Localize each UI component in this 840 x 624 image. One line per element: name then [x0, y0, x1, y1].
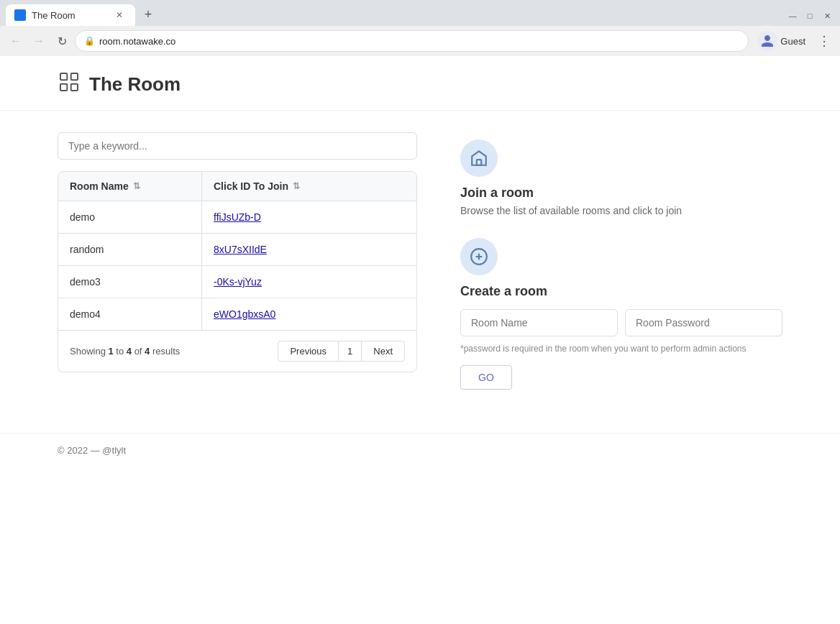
- svg-rect-4: [477, 160, 482, 165]
- back-button[interactable]: ←: [6, 31, 26, 51]
- next-button[interactable]: Next: [361, 341, 405, 362]
- svg-rect-2: [60, 84, 67, 91]
- showing-to: 4: [127, 346, 132, 357]
- pagination: Previous 1 Next: [278, 341, 405, 362]
- site-icon: [58, 70, 81, 98]
- previous-button[interactable]: Previous: [278, 341, 339, 362]
- showing-text: Showing 1 to 4 of 4 results: [70, 346, 180, 357]
- main-area: Room Name ⇅ Click ID To Join ⇅ demo ffiJ…: [0, 111, 840, 433]
- room-name-cell: random: [58, 234, 202, 265]
- browser-menu-button[interactable]: ⋮: [814, 31, 834, 51]
- user-label: Guest: [780, 36, 805, 47]
- room-link[interactable]: eWO1gbxsA0: [214, 308, 275, 320]
- table-row: random 8xU7sXIIdE: [58, 234, 416, 266]
- restore-button[interactable]: □: [803, 9, 817, 23]
- room-id-cell[interactable]: ffiJsUZb-D: [202, 201, 416, 233]
- room-link[interactable]: 8xU7sXIIdE: [214, 244, 267, 255]
- join-room-desc: Browse the list of available rooms and c…: [460, 205, 782, 216]
- footer-text: © 2022 — @tlylt: [58, 445, 126, 456]
- page-header: The Room: [0, 56, 840, 111]
- room-link[interactable]: -0Ks-vjYuz: [214, 276, 262, 288]
- search-input[interactable]: [58, 132, 417, 160]
- svg-rect-1: [71, 73, 78, 80]
- tab-close-button[interactable]: ✕: [112, 8, 127, 22]
- room-id-cell[interactable]: 8xU7sXIIdE: [202, 234, 416, 265]
- create-room-note: *password is required in the room when y…: [460, 342, 782, 355]
- room-id-cell[interactable]: -0Ks-vjYuz: [202, 266, 416, 298]
- room-id-cell[interactable]: eWO1gbxsA0: [202, 298, 416, 330]
- sort-room-name-icon: ⇅: [133, 181, 140, 191]
- page-footer: © 2022 — @tlylt: [0, 433, 840, 467]
- svg-rect-0: [60, 73, 67, 80]
- tab-favicon: [14, 9, 26, 21]
- col-room-name-header[interactable]: Room Name ⇅: [58, 172, 202, 201]
- lock-icon: 🔒: [84, 36, 95, 46]
- new-tab-button[interactable]: +: [138, 4, 158, 24]
- room-name-input[interactable]: [460, 309, 618, 336]
- table-header: Room Name ⇅ Click ID To Join ⇅: [58, 172, 416, 201]
- site-title: The Room: [89, 73, 181, 96]
- close-button[interactable]: ✕: [820, 9, 834, 23]
- showing-from: 1: [108, 346, 113, 357]
- address-bar[interactable]: 🔒 room.notawake.co: [75, 30, 749, 52]
- join-room-title: Join a room: [460, 185, 782, 201]
- sort-click-id-icon: ⇅: [293, 181, 300, 191]
- minimize-button[interactable]: —: [785, 9, 800, 23]
- browser-chrome: The Room ✕ + — □ ✕ ← → ↻ 🔒 room.notawake…: [0, 0, 840, 56]
- tab-bar: The Room ✕ + — □ ✕: [0, 0, 840, 26]
- create-room-section: Create a room *password is required in t…: [460, 238, 782, 390]
- table-row: demo3 -0Ks-vjYuz: [58, 266, 416, 298]
- address-bar-row: ← → ↻ 🔒 room.notawake.co Guest ⋮: [0, 26, 840, 56]
- refresh-button[interactable]: ↻: [52, 31, 72, 51]
- join-room-icon-wrap: [460, 139, 498, 177]
- table-footer: Showing 1 to 4 of 4 results Previous 1 N…: [58, 331, 416, 372]
- join-room-section: Join a room Browse the list of available…: [460, 139, 782, 216]
- right-panel: Join a room Browse the list of available…: [460, 132, 782, 411]
- col-click-id-header[interactable]: Click ID To Join ⇅: [202, 172, 416, 201]
- room-name-cell: demo4: [58, 298, 202, 330]
- page-content: The Room Room Name ⇅ Click ID To Join ⇅: [0, 56, 840, 624]
- go-button[interactable]: GO: [460, 365, 512, 390]
- tab-title: The Room: [32, 10, 106, 21]
- room-link[interactable]: ffiJsUZb-D: [214, 211, 261, 223]
- rooms-table: Room Name ⇅ Click ID To Join ⇅ demo ffiJ…: [58, 171, 417, 372]
- table-row: demo4 eWO1gbxsA0: [58, 298, 416, 331]
- create-room-form: [460, 309, 782, 336]
- create-room-title: Create a room: [460, 284, 782, 299]
- page-number: 1: [339, 341, 361, 362]
- address-text: room.notawake.co: [99, 36, 739, 47]
- window-controls: — □ ✕: [785, 9, 840, 26]
- left-panel: Room Name ⇅ Click ID To Join ⇅ demo ffiJ…: [58, 132, 417, 411]
- svg-rect-3: [71, 84, 78, 91]
- room-name-cell: demo3: [58, 266, 202, 298]
- user-icon: [757, 31, 777, 51]
- user-area[interactable]: Guest: [752, 31, 811, 51]
- table-row: demo ffiJsUZb-D: [58, 201, 416, 234]
- room-password-input[interactable]: [625, 309, 782, 336]
- active-tab[interactable]: The Room ✕: [6, 4, 135, 26]
- forward-button[interactable]: →: [29, 31, 49, 51]
- room-name-cell: demo: [58, 201, 202, 233]
- create-room-icon-wrap: [460, 238, 498, 275]
